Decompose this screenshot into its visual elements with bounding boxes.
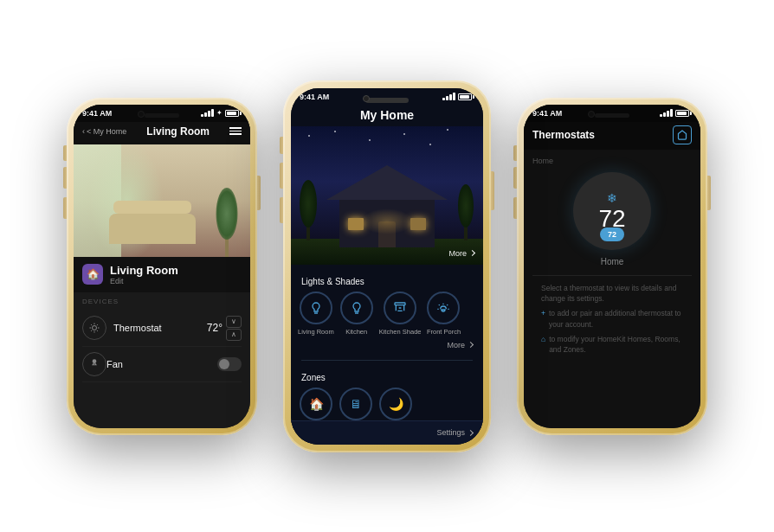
help-line-2: + to add or pair an additional thermosta… [541,308,683,330]
lights-more-label: More [447,341,465,349]
home-section-label: Home [532,157,692,165]
left-header-title: Living Room [146,125,210,138]
right-title: Thermostats [532,129,595,141]
thermostat-icon [82,316,106,340]
phone-center: 9:41 AM [283,80,491,452]
light-item-porch[interactable]: Front Porch [426,292,461,336]
light-label-porch: Front Porch [427,328,461,336]
lights-section-title: Lights & Shades [291,270,483,292]
help-text-select: Select a thermostat to view its details … [541,283,683,305]
thermostat-value: 72° [207,322,223,334]
center-status-icons [442,93,474,100]
thermostat-up-button[interactable]: ∧ [226,329,242,341]
menu-button[interactable] [229,127,242,135]
left-status-icons: ✦ [201,109,242,117]
right-battery-indicator [675,110,692,117]
light-item-living[interactable]: Living Room [298,292,334,336]
plus-icon: + [541,308,545,319]
light-label-kitchen: Kitchen [345,328,367,336]
down-chevron: ∨ [231,317,236,325]
thermostat-row[interactable]: Thermostat 72° ∨ ∧ [82,311,242,347]
up-chevron: ∧ [231,330,236,338]
lights-more-link[interactable]: More [291,341,483,355]
thermo-circle-container: ❄ 72 72 [532,172,692,250]
signal-icon [201,109,214,117]
light-icon-kitchen [340,292,373,324]
right-status-icons [660,109,692,117]
thermostat-badge: 72 [600,228,624,241]
svg-point-0 [93,326,97,330]
help-text: Select a thermostat to view its details … [532,283,692,356]
help-text-modify: to modify your HomeKit Homes, Rooms, and… [549,334,683,356]
center-bottom-bar: Settings [291,420,483,445]
room-name: Living Room [110,264,178,277]
phone-right: 9:41 AM [517,98,707,435]
shade-label-kitchen: Kitchen Shade [379,328,422,336]
plant-decoration [216,188,237,257]
room-icon: 🏠 [82,264,103,285]
battery-indicator [225,110,242,117]
settings-link[interactable]: Settings [436,428,473,437]
back-chevron: ‹ [82,127,85,136]
center-status-bar: 9:41 AM [291,88,483,106]
fan-row[interactable]: Fan [82,347,242,382]
sofa-decoration [109,214,196,244]
phones-container: 9:41 AM ✦ [15,11,759,522]
phone-left: 9:41 AM ✦ [67,98,257,435]
thermostat-location-label: Home [532,257,692,266]
thermostat-down-button[interactable]: ∨ [226,316,242,328]
right-header: Thermostats [524,122,700,150]
fan-icon [82,352,106,376]
room-info: 🏠 Living Room Edit [74,257,250,292]
scene-icon-home: 🏠 [300,388,332,420]
room-edit-link[interactable]: Edit [110,277,178,285]
center-screen: 9:41 AM [291,88,483,445]
light-item-kitchen[interactable]: Kitchen [339,292,374,336]
house-silhouette [326,170,448,247]
right-signal-icon [660,109,673,117]
right-status-bar: 9:41 AM [524,105,700,122]
thermostat-section: Home ❄ 72 72 Home Select [524,150,700,367]
center-signal-icon [442,93,455,100]
light-icon-porch [427,292,460,324]
devices-section: DEVICES Thermostat 72° [74,292,250,388]
help-text-add: to add or pair an additional thermostat … [549,308,683,330]
fan-name: Fan [106,359,217,369]
devices-label: DEVICES [82,298,242,305]
scene-icon-movie: 🖥 [339,388,372,420]
thermostat-controls: ∨ ∧ [226,316,242,341]
lights-section: Lights & Shades Living Room [291,265,483,360]
fan-toggle[interactable] [217,357,242,371]
center-battery-indicator [458,93,474,100]
shade-icon-kitchen [384,292,416,324]
room-image [74,144,250,257]
left-status-time: 9:41 AM [82,109,112,118]
left-header: ‹ < My Home Living Room [74,122,250,144]
thermostat-display[interactable]: ❄ 72 72 [573,172,651,250]
hero-more-label: More [448,249,467,258]
snowflake-icon: ❄ [607,191,617,205]
right-screen: 9:41 AM [524,105,700,428]
light-icon-living [300,292,332,324]
left-screen: 9:41 AM ✦ [74,105,250,428]
center-title: My Home [360,108,414,122]
hero-more-link[interactable]: More [448,249,474,258]
light-label-living: Living Room [298,328,334,336]
left-status-bar: 9:41 AM ✦ [74,105,250,122]
settings-label: Settings [436,428,465,437]
svg-rect-2 [395,303,405,305]
shade-item-kitchen[interactable]: Kitchen Shade [379,292,422,336]
bluetooth-icon: ✦ [216,109,223,117]
center-status-time: 9:41 AM [300,93,329,101]
right-status-time: 9:41 AM [532,109,562,118]
scene-icon-goodnight: 🌙 [379,388,412,420]
lights-icons-row: Living Room Kitchen [291,292,483,341]
home-sym-icon: ⌂ [541,334,545,345]
home-icon-button[interactable] [673,125,692,144]
house-hero: More [291,126,483,265]
svg-point-1 [94,362,95,364]
scenes-label: Zones [291,366,483,388]
help-line-1: Select a thermostat to view its details … [541,283,683,305]
back-button[interactable]: ‹ < My Home [82,127,126,136]
back-label: < My Home [87,127,126,136]
